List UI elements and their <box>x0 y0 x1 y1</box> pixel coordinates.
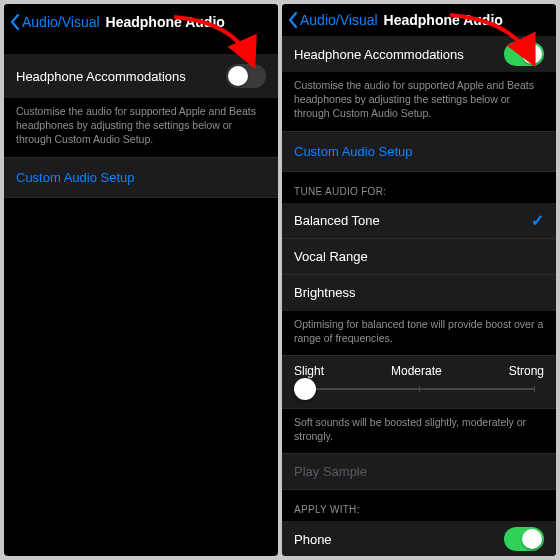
tune-desc: Optimising for balanced tone will provid… <box>282 311 556 355</box>
tune-option-label: Brightness <box>294 285 355 300</box>
headphone-accommodations-row[interactable]: Headphone Accommodations <box>4 54 278 98</box>
apply-phone-row[interactable]: Phone <box>282 521 556 556</box>
slider-label-slight: Slight <box>294 364 324 378</box>
settings-screen-off: Audio/Visual Headphone Audio Headphone A… <box>4 4 278 556</box>
apply-phone-toggle[interactable] <box>504 527 544 551</box>
page-title: Headphone Audio <box>384 12 503 28</box>
accommodations-desc: Customise the audio for supported Apple … <box>4 98 278 157</box>
slider-thumb[interactable] <box>294 378 316 400</box>
checkmark-icon: ✓ <box>531 211 544 230</box>
accommodations-desc: Customise the audio for supported Apple … <box>282 72 556 131</box>
nav-header: Audio/Visual Headphone Audio <box>4 4 278 40</box>
accommodations-label: Headphone Accommodations <box>294 47 464 62</box>
custom-audio-setup-link[interactable]: Custom Audio Setup <box>4 157 278 198</box>
nav-header: Audio/Visual Headphone Audio <box>282 4 556 36</box>
play-sample-button[interactable]: Play Sample <box>282 453 556 490</box>
slider-label-strong: Strong <box>509 364 544 378</box>
back-button[interactable]: Audio/Visual <box>288 12 378 28</box>
tune-option-label: Balanced Tone <box>294 213 380 228</box>
chevron-left-icon <box>10 14 20 30</box>
back-label: Audio/Visual <box>300 12 378 28</box>
chevron-left-icon <box>288 12 298 28</box>
back-label: Audio/Visual <box>22 14 100 30</box>
tune-audio-header: TUNE AUDIO FOR: <box>282 172 556 203</box>
back-button[interactable]: Audio/Visual <box>10 14 100 30</box>
tune-option-label: Vocal Range <box>294 249 368 264</box>
tune-option-vocal[interactable]: Vocal Range <box>282 239 556 275</box>
slider-label-moderate: Moderate <box>391 364 442 378</box>
tune-option-balanced[interactable]: Balanced Tone ✓ <box>282 203 556 239</box>
slider-track[interactable] <box>304 388 534 390</box>
settings-screen-on: Audio/Visual Headphone Audio Headphone A… <box>282 4 556 556</box>
slider-desc: Soft sounds will be boosted slightly, mo… <box>282 409 556 453</box>
accommodations-label: Headphone Accommodations <box>16 69 186 84</box>
apply-phone-label: Phone <box>294 532 332 547</box>
tune-option-brightness[interactable]: Brightness <box>282 275 556 311</box>
boost-slider-row[interactable]: Slight Moderate Strong <box>282 355 556 409</box>
apply-with-header: APPLY WITH: <box>282 490 556 521</box>
accommodations-toggle-on[interactable] <box>504 42 544 66</box>
page-title: Headphone Audio <box>106 14 225 30</box>
accommodations-toggle-off[interactable] <box>226 64 266 88</box>
custom-audio-setup-link[interactable]: Custom Audio Setup <box>282 131 556 172</box>
headphone-accommodations-row[interactable]: Headphone Accommodations <box>282 36 556 72</box>
